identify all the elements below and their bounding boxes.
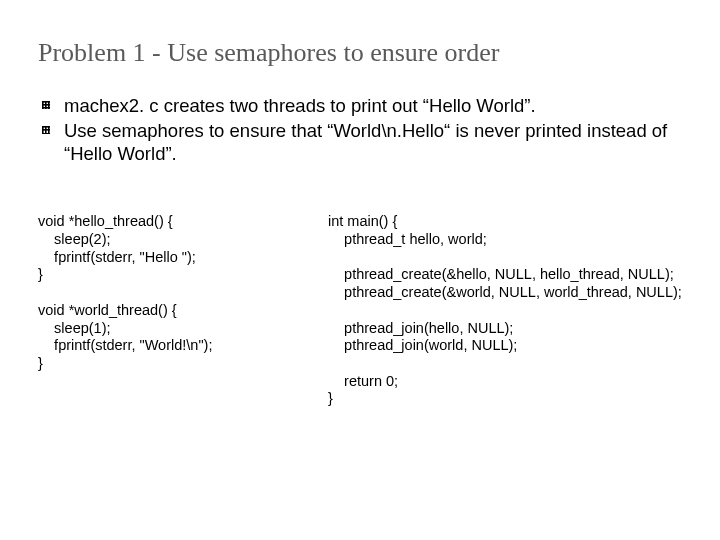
list-item: Use semaphores to ensure that “World\n.H… [38,119,702,165]
list-item: machex2. c creates two threads to print … [38,94,702,117]
slide-title: Problem 1 - Use semaphores to ensure ord… [38,38,702,68]
code-block-right: int main() { pthread_t hello, world; pth… [328,213,702,408]
code-columns: void *hello_thread() { sleep(2); fprintf… [38,213,702,408]
bullet-list: machex2. c creates two threads to print … [38,94,702,167]
slide: Problem 1 - Use semaphores to ensure ord… [0,0,720,540]
code-block-left: void *hello_thread() { sleep(2); fprintf… [38,213,328,372]
slide-content: machex2. c creates two threads to print … [38,94,702,408]
